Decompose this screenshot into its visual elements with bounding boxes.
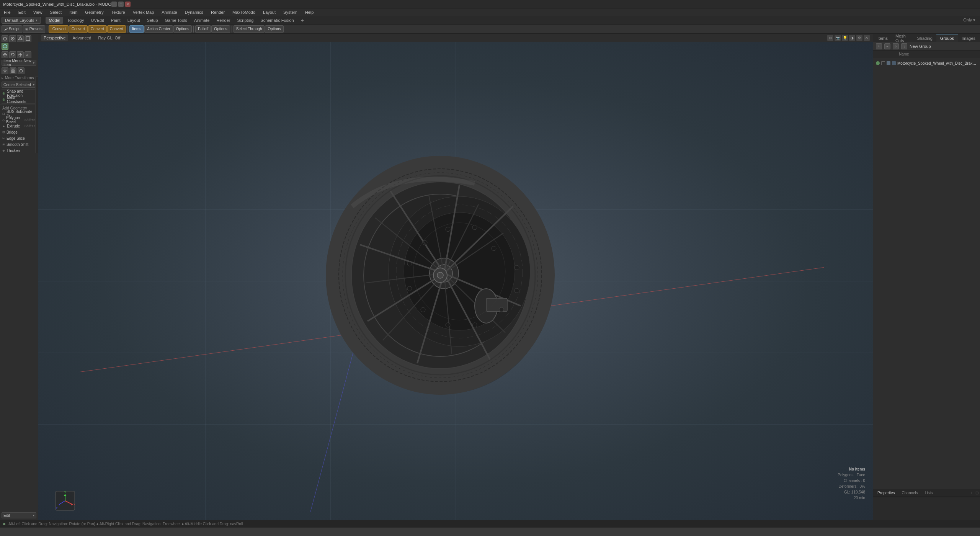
- mesh-constraints-item[interactable]: ⊕ Mesh Constraints: [0, 96, 38, 103]
- vp-icon-grid[interactable]: ⊞: [827, 35, 833, 41]
- tab-topology[interactable]: Topology: [64, 17, 87, 24]
- menu-item[interactable]: Item: [68, 9, 79, 15]
- rotate-button[interactable]: [9, 51, 16, 58]
- tab-schematic[interactable]: Schematic Fusion: [257, 17, 297, 24]
- item-menu-dropdown[interactable]: Item Menu: New Item: [2, 60, 36, 66]
- svg-marker-5: [3, 44, 7, 48]
- title-bar: Motorcycle_Spoked_Wheel_with_Disc_Brake.…: [0, 0, 980, 8]
- menu-file[interactable]: File: [2, 9, 12, 15]
- convert2-button[interactable]: Convert: [69, 25, 88, 33]
- menu-texture[interactable]: Texture: [110, 9, 127, 15]
- svg-point-7: [4, 70, 6, 72]
- vp-tab-raygl[interactable]: Ray GL: Off: [96, 34, 122, 41]
- tab-gametools[interactable]: Game Tools: [162, 17, 191, 24]
- right-tab-add-button[interactable]: +: [970, 490, 973, 496]
- right-tab-mesh-cuts[interactable]: Mesh Cuts: [892, 34, 913, 42]
- grid-icon[interactable]: [10, 67, 16, 74]
- select-polygons-button[interactable]: [17, 35, 24, 42]
- tab-setup[interactable]: Setup: [144, 17, 161, 24]
- right-tab-expand-button[interactable]: ⊡: [975, 491, 978, 495]
- group-arrow-button[interactable]: ↓: [901, 43, 907, 49]
- vp-icon-render[interactable]: ◑: [849, 35, 855, 41]
- tab-paint[interactable]: Paint: [108, 17, 124, 24]
- options3-button[interactable]: Options: [265, 25, 283, 33]
- tab-layout[interactable]: Layout: [124, 17, 143, 24]
- layout-tab-right[interactable]: Only ▾: [960, 17, 978, 23]
- maximize-button[interactable]: □: [118, 2, 124, 7]
- group-add-button[interactable]: +: [876, 43, 882, 49]
- menu-maxtomodo[interactable]: MaxToModo: [231, 9, 257, 15]
- convert3-button[interactable]: Convert: [88, 25, 107, 33]
- menu-geometry[interactable]: Geometry: [83, 9, 105, 15]
- convert1-button[interactable]: Convert: [49, 25, 69, 33]
- right-tab-groups[interactable]: Groups: [936, 34, 958, 42]
- menu-animate[interactable]: Animate: [160, 9, 178, 15]
- thicken-item[interactable]: ⊕ Thicken: [0, 147, 38, 154]
- item-name-label: Motorcycle_Spoked_Wheel_with_Disc_Brake(…: [897, 61, 977, 65]
- select-material-button[interactable]: [2, 43, 8, 50]
- menu-view[interactable]: View: [32, 9, 44, 15]
- circle-icon[interactable]: [18, 67, 24, 74]
- select-edges-button[interactable]: [9, 35, 16, 42]
- vp-icon-settings[interactable]: ⚙: [856, 35, 862, 41]
- tab-model[interactable]: Model: [46, 17, 63, 24]
- close-button[interactable]: ✕: [125, 2, 131, 7]
- list-item-wheel[interactable]: Motorcycle_Spoked_Wheel_with_Disc_Brake(…: [874, 60, 978, 67]
- 3d-viewport[interactable]: No Items Polygons : Face Channels : 0 De…: [38, 42, 873, 520]
- options1-button[interactable]: Options: [173, 25, 192, 33]
- settings-icon[interactable]: [2, 67, 8, 74]
- vp-icon-close[interactable]: ✕: [864, 35, 870, 41]
- default-layouts-dropdown[interactable]: Default Layouts ▾: [2, 17, 41, 24]
- svg-rect-4: [26, 37, 30, 41]
- right-tab-properties[interactable]: Properties: [874, 490, 898, 496]
- menu-layout[interactable]: Layout: [261, 9, 277, 15]
- edit-dropdown[interactable]: Edit: [2, 512, 36, 518]
- tab-uvedit[interactable]: UVEdit: [88, 17, 107, 24]
- right-tab-channels[interactable]: Channels: [899, 490, 921, 496]
- falloff-button[interactable]: Falloff: [195, 25, 211, 33]
- items-button[interactable]: Items: [129, 25, 144, 33]
- bridge-item[interactable]: ⊟ Bridge: [0, 129, 38, 135]
- add-tab-button[interactable]: +: [299, 17, 305, 23]
- center-selected-dropdown[interactable]: Center Selected: [2, 82, 36, 88]
- move-button[interactable]: [2, 51, 8, 58]
- scale-button[interactable]: [17, 51, 24, 58]
- vp-icon-light[interactable]: 💡: [842, 35, 848, 41]
- polygon-bevel-item[interactable]: ◇ Polygon Bevel Shift+B: [0, 117, 38, 123]
- vertical-tab-handle[interactable]: ⋮: [35, 77, 38, 153]
- menu-edit[interactable]: Edit: [17, 9, 27, 15]
- options2-button[interactable]: Options: [211, 25, 230, 33]
- right-tab-items[interactable]: Items: [874, 34, 892, 42]
- right-tab-images[interactable]: Images: [958, 34, 979, 42]
- menu-help[interactable]: Help: [304, 9, 315, 15]
- select-through-button[interactable]: Select Through: [234, 25, 265, 33]
- tab-animate[interactable]: Animate: [191, 17, 212, 24]
- group-circle-button[interactable]: ○: [893, 43, 899, 49]
- select-vertices-button[interactable]: [2, 35, 8, 42]
- minimize-button[interactable]: _: [111, 2, 117, 7]
- right-tab-shading[interactable]: Shading: [913, 34, 936, 42]
- menu-vertexmap[interactable]: Vertex Map: [131, 9, 156, 15]
- group-remove-button[interactable]: −: [884, 43, 890, 49]
- right-tab-lists[interactable]: Lists: [922, 490, 936, 496]
- menu-render[interactable]: Render: [209, 9, 226, 15]
- menu-select[interactable]: Select: [48, 9, 63, 15]
- convert4-button[interactable]: Convert: [107, 25, 126, 33]
- edge-slice-item[interactable]: ✂ Edge Slice: [0, 135, 38, 141]
- menu-dynamics[interactable]: Dynamics: [183, 9, 205, 15]
- tab-scripting[interactable]: Scripting: [234, 17, 257, 24]
- vp-icon-camera[interactable]: 📷: [835, 35, 841, 41]
- presets-button[interactable]: ⊞ Presets: [23, 25, 45, 33]
- vp-tab-perspective[interactable]: Perspective: [41, 34, 68, 41]
- smooth-shift-item[interactable]: ≋ Smooth Shift: [0, 141, 38, 147]
- more-transforms-section[interactable]: ▸ More Transforms: [0, 75, 38, 81]
- select-items-button[interactable]: [24, 35, 31, 42]
- vp-tab-advanced[interactable]: Advanced: [70, 34, 93, 41]
- menu-system[interactable]: System: [282, 9, 299, 15]
- sculpt-button[interactable]: 🖌 Sculpt: [2, 25, 22, 33]
- title-bar-controls[interactable]: _ □ ✕: [111, 2, 131, 7]
- extrude-item[interactable]: ▲ Extrude Shift+X: [0, 123, 38, 129]
- text-button[interactable]: A: [24, 51, 31, 58]
- action-center-button[interactable]: Action Center: [144, 25, 173, 33]
- tab-render[interactable]: Render: [213, 17, 233, 24]
